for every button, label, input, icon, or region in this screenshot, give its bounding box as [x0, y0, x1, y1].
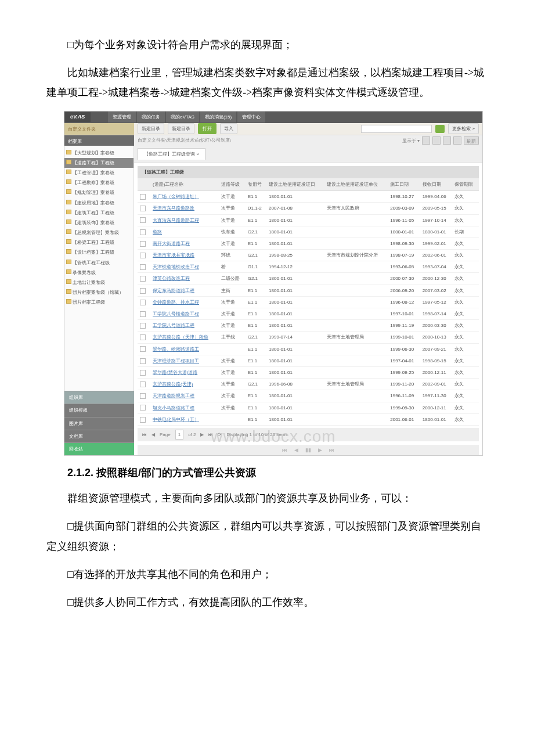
bottom-nav: 组织库组织模板图片库文档库回收站: [64, 391, 134, 455]
bottom-nav-item[interactable]: 组织模板: [64, 404, 134, 416]
tree-node[interactable]: 录像案卷级: [64, 268, 134, 278]
tab[interactable]: 【道路工程】工程级查询 ×: [138, 148, 205, 160]
search-button[interactable]: [435, 125, 445, 133]
column-header[interactable]: (道路)工程名称: [150, 178, 219, 191]
table-row[interactable]: 保定东马路道路工程主街E1.11800-01-012006-09-202007-…: [138, 285, 479, 296]
pager: ⏮ ◀ Page 1 of 2 ▶ ⏭ ⟳ Displaying 1 to 10…: [138, 428, 479, 441]
app-logo: eV.AS: [64, 112, 91, 122]
tree-node[interactable]: 土地出让案卷级: [64, 278, 134, 287]
tree-node[interactable]: 【工程勘察】案卷级: [64, 178, 134, 188]
paragraph: □有选择的开放共享其他不同的角色和用户；: [46, 564, 488, 584]
table-row[interactable]: 工学院八号楼道路工程次干道E1.11800-01-011997-10-01199…: [138, 308, 479, 320]
pager-prev-icon[interactable]: ◀: [151, 430, 155, 439]
left-panel-title: 自定义文件夹: [64, 123, 134, 135]
tree-node[interactable]: 【工程管理】案卷级: [64, 168, 134, 178]
next-icon[interactable]: ▶: [318, 445, 322, 455]
view-icon[interactable]: [443, 136, 451, 145]
first-icon[interactable]: ⏮: [282, 445, 287, 455]
bottom-nav-item[interactable]: 回收站: [64, 442, 134, 455]
table-row[interactable]: 京沪高速公路（天津）段道主干线G2.11999-07-14天津市土地管理局199…: [138, 332, 479, 343]
tree-node[interactable]: 【桥梁工程】工程级: [64, 237, 134, 247]
screenshot: eV.AS 资源管理 我的任务 我的eVTAS 我的消息(15) 管理中心 自定…: [64, 111, 483, 456]
table-row[interactable]: 朱广场（金钟路遗址）次干道E1.11800-01-011998-10-27199…: [138, 191, 479, 203]
view-label: 显示于 ▾: [402, 136, 420, 143]
view-icon[interactable]: [422, 136, 430, 145]
tree-node[interactable]: 【总规划管理】案卷级: [64, 228, 134, 237]
toolbar-button[interactable]: 打开: [198, 123, 217, 134]
bottom-nav-item[interactable]: 文档库: [64, 430, 134, 442]
pager-next-icon[interactable]: ▶: [200, 430, 204, 439]
table-row[interactable]: 津英公路改造工程二级公路G2.11800-01-012000-07-302000…: [138, 273, 479, 285]
column-header[interactable]: 接收日期: [420, 178, 453, 191]
tree-node[interactable]: 【道路工程】工程级: [64, 158, 134, 168]
bottom-nav-item[interactable]: 图片库: [64, 417, 134, 430]
tree-node[interactable]: 照片档案案卷级（馆藏）: [64, 287, 134, 297]
table-row[interactable]: 金钟路道路、排水工程次干道E1.11800-01-011996-08-12199…: [138, 296, 479, 308]
column-header[interactable]: 道路等级: [219, 178, 245, 191]
more-search-button[interactable]: 更多检索 »: [448, 123, 479, 134]
prev-icon[interactable]: ◀: [294, 445, 298, 455]
table-row[interactable]: 京沪高速公路(天津)次干道G2.11996-06-08天津市土地管理局1999-…: [138, 379, 479, 390]
table-row[interactable]: 天津路道路规划工程次干道E1.11800-01-011996-11-091997…: [138, 390, 479, 402]
column-header[interactable]: 建设土地使用证发证单位: [324, 178, 388, 191]
tree-node[interactable]: 【建筑装饰】案卷级: [64, 218, 134, 228]
menu-item[interactable]: 资源管理: [108, 111, 136, 123]
archive-title: 档案库: [64, 135, 134, 146]
menu-item[interactable]: 我的任务: [137, 111, 165, 123]
pager-info: Displaying 1 to 10 of 20 items: [226, 430, 287, 439]
menu-item[interactable]: 管理中心: [237, 111, 265, 123]
column-header[interactable]: 卷册号: [246, 178, 266, 191]
paragraph: □为每个业务对象设计符合用户需求的展现界面；: [46, 35, 488, 55]
paragraph: □提供多人协同工作方式，有效提高团队的工作效率。: [46, 592, 488, 612]
table-row[interactable]: 翠华路(慧谷大道)道路次干道E1.11800-01-011999-09-2520…: [138, 366, 479, 378]
table-row[interactable]: 天津经济路工程项目工次干道E1.11800-01-011997-04-01199…: [138, 355, 479, 366]
table-row[interactable]: 中铁电化局中环（五）E1.11800-01-012001-06-011800-0…: [138, 413, 479, 425]
top-menu: 资源管理 我的任务 我的eVTAS 我的消息(15) 管理中心: [108, 111, 265, 123]
tree-node[interactable]: 【规划管理】案卷级: [64, 188, 134, 197]
column-header[interactable]: 保管期限: [452, 178, 479, 191]
last-icon[interactable]: ⏭: [329, 445, 334, 455]
table-row[interactable]: 工学院八号道路工程次干道E1.11800-01-011999-11-192000…: [138, 320, 479, 332]
table-row[interactable]: 坦克小马路道路工程次干道E1.11800-01-011999-09-302000…: [138, 402, 479, 413]
data-table: (道路)工程名称道路等级卷册号建设土地使用证发证日建设土地使用证发证单位施工日期…: [138, 178, 479, 426]
pager-label: Page: [160, 430, 171, 439]
paragraph: 比如城建档案行业里，管理城建档案类数字对象都是通过档案级，以档案城建工程项目->…: [46, 63, 488, 102]
pager-first-icon[interactable]: ⏮: [142, 430, 147, 439]
view-icon[interactable]: [453, 136, 461, 145]
play-icon[interactable]: ▮▮: [305, 445, 311, 455]
table-title: 【道路工程】工程级: [138, 166, 479, 178]
column-header[interactable]: 施工日期: [388, 178, 420, 191]
view-icon[interactable]: [432, 136, 441, 145]
pager-refresh-icon[interactable]: ⟳: [218, 430, 222, 439]
table-row[interactable]: 大直沽东马路道路工程次干道E1.11800-01-011996-11-05199…: [138, 214, 479, 226]
pager-of: of 2: [188, 430, 196, 439]
menu-item[interactable]: 我的消息(15): [200, 111, 236, 123]
table-row[interactable]: 南开大街道路工程次干道E1.11800-01-011998-09-301999-…: [138, 237, 479, 249]
table-row[interactable]: 天津市宝坻县宝坻路环线G2.11998-08-25天津市市规划设计院分所1998…: [138, 250, 479, 261]
refresh-button[interactable]: 刷新: [464, 136, 479, 145]
pager-last-icon[interactable]: ⏭: [208, 430, 213, 439]
tree-node[interactable]: 【设计档案】工程级: [64, 247, 134, 257]
table-row[interactable]: 翠华路、哈密路道路工E1.11800-01-011999-06-302007-0…: [138, 343, 479, 355]
menu-item[interactable]: 我的eVTAS: [166, 111, 199, 123]
tree-node[interactable]: 【管线工程工程级: [64, 258, 134, 268]
table-row[interactable]: 天津铁道地铁改造工程桥G1.11994-12-121993-06-051993-…: [138, 261, 479, 273]
paragraph: □提供面向部门群组的公共资源区，群组内可以共享资源，可以按照部门及资源管理类别自…: [46, 516, 488, 556]
table-row[interactable]: 道路快车道G2.11800-01-011800-01-011800-01-01长…: [138, 226, 479, 237]
toolbar-button[interactable]: 新建目录: [138, 123, 164, 134]
breadcrumb: 自定义文件夹\天津规划技术\白炽灯\公司制度\: [138, 136, 231, 145]
tree-node[interactable]: 【建筑工程】工程级: [64, 208, 134, 218]
paragraph: 群组资源管理模式，主要面向多团队或部门的资源共享及协同业务，可以：: [46, 488, 488, 508]
search-input[interactable]: [361, 125, 432, 133]
pager-input[interactable]: 1: [175, 430, 183, 440]
media-controls: ⏮ ◀ ▮▮ ▶ ⏭: [138, 445, 479, 455]
toolbar-button[interactable]: 新建目录: [168, 123, 194, 134]
tree-node[interactable]: 照片档案工程级: [64, 297, 134, 307]
section-heading: 2.1.2. 按照群组/部门的方式管理公共资源: [46, 463, 488, 483]
tree-node[interactable]: 【建设用地】案卷级: [64, 198, 134, 208]
toolbar-button[interactable]: 导入: [220, 123, 237, 134]
tree-node[interactable]: 【大型规划】案卷级: [64, 148, 134, 158]
column-header[interactable]: 建设土地使用证发证日: [266, 178, 324, 191]
bottom-nav-item[interactable]: 组织库: [64, 391, 134, 404]
table-row[interactable]: 天津市东马路道路改次干道D1.1-22007-01-08天津市人民政府2009-…: [138, 203, 479, 214]
